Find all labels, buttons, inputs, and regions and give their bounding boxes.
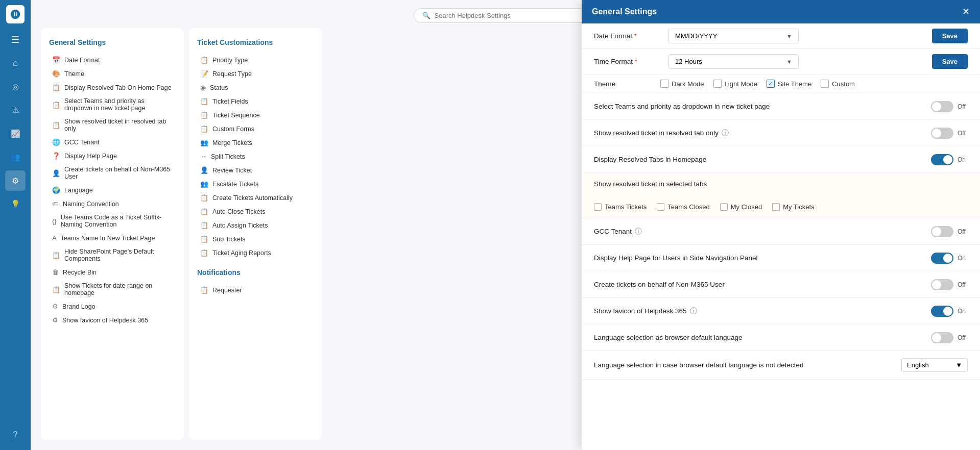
menu-item-ticket-sequence[interactable]: 📋 Ticket Sequence [197, 109, 314, 121]
teams-closed-checkbox[interactable] [657, 203, 664, 211]
menu-item-naming[interactable]: 🏷 Naming Convention [49, 197, 176, 210]
setting-row-favicon: Show favicon of Helpdesk 365 ⓘ On [582, 298, 980, 324]
sidebar-globe-icon[interactable]: ◎ [5, 77, 26, 97]
search-input[interactable] [435, 12, 589, 19]
toggle-lang-browser[interactable] [931, 332, 953, 343]
menu-item-hide-sharepoint[interactable]: 📋 Hide SharePoint Page's Default Compone… [49, 245, 176, 265]
toggle-resolved-tab[interactable] [931, 128, 953, 139]
setting-label-gcc: GCC Tenant ⓘ [594, 227, 642, 236]
favicon-icon: ⚙ [52, 316, 58, 324]
menu-item-theme[interactable]: 🎨 Theme [49, 67, 176, 80]
toggle-non-m365[interactable] [931, 279, 953, 290]
toggle-display-resolved[interactable] [931, 154, 953, 165]
info-icon-gcc[interactable]: ⓘ [635, 227, 642, 236]
menu-item-escalate-tickets[interactable]: 👥 Escalate Tickets [197, 178, 314, 190]
theme-option-light[interactable]: Light Mode [713, 80, 757, 88]
menu-item-review-ticket[interactable]: 👤 Review Ticket [197, 164, 314, 177]
tab-option-teams-tickets[interactable]: Teams Tickets [594, 203, 647, 211]
toggle-gcc[interactable] [931, 226, 953, 237]
dark-mode-checkbox[interactable] [660, 80, 668, 88]
main-content: 🔍 General Settings 📅 Date Format 🎨 Theme… [31, 0, 980, 450]
menu-item-label: Ticket Aging Reports [212, 249, 271, 257]
toggle-favicon[interactable] [931, 306, 953, 317]
sub-tickets-icon: 📋 [200, 235, 208, 243]
date-format-dropdown[interactable]: MM/DD/YYYY ▼ [668, 29, 799, 43]
menu-item-gcc[interactable]: 🌐 GCC Tenant [49, 136, 176, 148]
time-format-save-button[interactable]: Save [932, 54, 968, 69]
menu-item-auto-close[interactable]: 📋 Auto Close Tickets [197, 205, 314, 218]
menu-item-label: Merge Tickets [212, 139, 252, 146]
menu-item-priority-type[interactable]: 📋 Priority Type [197, 54, 314, 66]
menu-item-create-tickets[interactable]: 👤 Create tickets on behalf of Non-M365 U… [49, 163, 176, 183]
priority-type-icon: 📋 [200, 56, 208, 64]
info-icon-resolved[interactable]: ⓘ [722, 129, 729, 138]
sidebar-help-icon[interactable]: ? [5, 424, 26, 445]
menu-item-status[interactable]: ◉ Status [197, 81, 314, 94]
toggle-help-page[interactable] [931, 253, 953, 264]
sidebar-bulb-icon[interactable]: 💡 [5, 194, 26, 214]
menu-item-sub-tickets[interactable]: 📋 Sub Tickets [197, 233, 314, 245]
tab-option-my-closed[interactable]: My Closed [720, 203, 762, 211]
toggle-label-non-m365: Off [958, 281, 968, 288]
setting-label-lang-browser: Language selection as browser default la… [594, 334, 742, 341]
menu-item-recycle-bin[interactable]: 🗑 Recycle Bin [49, 266, 176, 279]
menu-item-teams-dropdown[interactable]: 📋 Select Teams and priority as dropdown … [49, 95, 176, 114]
date-range-icon: 📋 [52, 286, 60, 293]
setting-label-resolved-tab: Show resolved ticket in resolved tab onl… [594, 129, 729, 138]
menu-item-request-type[interactable]: 📝 Request Type [197, 67, 314, 80]
menu-item-label: Create Tickets Automatically [212, 194, 293, 202]
sidebar-settings-icon[interactable]: ⚙ [5, 170, 26, 191]
menu-item-ticket-fields[interactable]: 📋 Ticket Fields [197, 95, 314, 108]
menu-item-create-auto[interactable]: 📋 Create Tickets Automatically [197, 191, 314, 204]
merge-tickets-icon: 👥 [200, 139, 208, 146]
menu-item-requester[interactable]: 📋 Requester [197, 284, 314, 296]
menu-item-teams-code[interactable]: {} Use Teams Code as a Ticket Suffix- Na… [49, 211, 176, 231]
menu-item-merge-tickets[interactable]: 👥 Merge Tickets ➜ [197, 136, 314, 149]
toggle-teams-dropdown[interactable] [931, 101, 953, 112]
sidebar-menu-icon[interactable]: ☰ [5, 30, 26, 50]
site-theme-checkbox[interactable]: ✓ [767, 80, 775, 88]
menu-item-ticket-aging[interactable]: 📋 Ticket Aging Reports [197, 246, 314, 259]
teams-dropdown-icon: 📋 [52, 101, 60, 109]
light-mode-checkbox[interactable] [713, 80, 722, 88]
sidebar-home-icon[interactable]: ⌂ [5, 53, 26, 73]
toggle-container-non-m365: Off [931, 279, 968, 290]
menu-item-custom-forms[interactable]: 📋 Custom Forms [197, 122, 314, 135]
menu-item-favicon[interactable]: ⚙ Show favicon of Helpdesk 365 [49, 314, 176, 327]
menu-item-label: Escalate Tickets [212, 181, 258, 188]
menu-item-teams-name[interactable]: A Teams Name In New Ticket Page [49, 232, 176, 244]
menu-item-date-format[interactable]: 📅 Date Format [49, 54, 176, 66]
custom-theme-checkbox[interactable] [821, 80, 829, 88]
info-icon-favicon[interactable]: ⓘ [690, 307, 697, 316]
theme-option-dark[interactable]: Dark Mode [660, 80, 704, 88]
teams-tickets-checkbox[interactable] [594, 203, 602, 211]
menu-item-brand-logo[interactable]: ⚙ Brand Logo [49, 300, 176, 313]
theme-row: Theme Dark Mode Light Mode ✓ Site Theme [582, 74, 980, 93]
date-format-save-button[interactable]: Save [932, 29, 968, 43]
menu-item-help-page[interactable]: ❓ Display Help Page [49, 149, 176, 162]
my-closed-checkbox[interactable] [720, 203, 728, 211]
menu-item-label: Review Ticket [212, 167, 252, 174]
menu-item-label: Display Resolved Tab On Home Page [64, 84, 172, 91]
menu-item-language[interactable]: 🌍 Language [49, 184, 176, 196]
theme-option-site[interactable]: ✓ Site Theme [767, 80, 811, 88]
theme-option-custom[interactable]: Custom [821, 80, 855, 88]
sidebar-users-icon[interactable]: 👥 [5, 147, 26, 167]
menu-item-split-tickets[interactable]: ↔ Split Tickets [197, 150, 314, 163]
my-tickets-checkbox[interactable] [772, 203, 780, 211]
recycle-bin-icon: 🗑 [52, 268, 59, 276]
tab-option-teams-closed[interactable]: Teams Closed [657, 203, 709, 211]
sidebar-alert-icon[interactable]: ⚠ [5, 100, 26, 120]
search-bar[interactable]: 🔍 [414, 8, 597, 23]
tab-option-my-tickets[interactable]: My Tickets [772, 203, 814, 211]
time-format-dropdown[interactable]: 12 Hours ▼ [668, 54, 799, 69]
close-button[interactable]: ✕ [962, 7, 970, 16]
sidebar-chart-icon[interactable]: 📈 [5, 123, 26, 144]
menu-item-display-resolved[interactable]: 📋 Display Resolved Tab On Home Page [49, 81, 176, 94]
menu-item-show-resolved[interactable]: 📋 Show resolved ticket in resolved tab o… [49, 115, 176, 135]
menu-item-date-range[interactable]: 📋 Show Tickets for date range on homepag… [49, 280, 176, 299]
app-logo[interactable] [6, 5, 25, 23]
tabs-row: Teams Tickets Teams Closed My Closed My … [582, 199, 980, 218]
lang-fallback-dropdown[interactable]: English ▼ [901, 358, 968, 372]
menu-item-auto-assign[interactable]: 📋 Auto Assign Tickets [197, 219, 314, 232]
